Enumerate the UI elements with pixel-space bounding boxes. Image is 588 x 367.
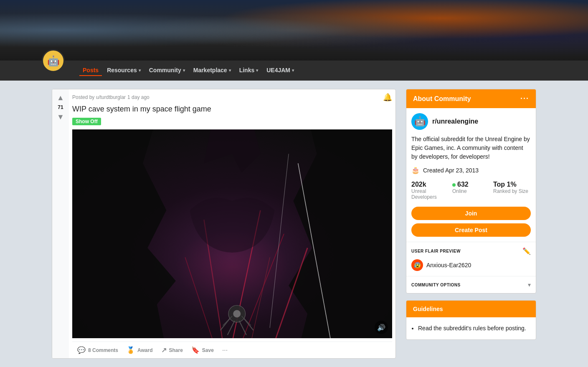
logo-emoji: 🤖 [44,51,63,70]
award-icon: 🏅 [127,346,135,354]
bell-icon[interactable]: 🔔 [383,93,392,102]
post-card: ▲ 71 ▼ Posted by u/turdtburglar 1 day ag… [52,89,396,359]
post-actions: 💬 8 Comments 🏅 Award ↗ Share 🔖 [72,342,392,358]
post-image: 🔊 [72,129,392,338]
banner-bg [0,0,588,61]
chevron-down-icon: ▾ [229,68,231,73]
comments-button[interactable]: 💬 8 Comments [74,344,122,357]
guidelines-card: Guidelines Read the subreddit's rules be… [406,300,536,340]
vote-count: 71 [58,104,63,110]
post-meta: Posted by u/turdtburglar 1 day ago 🔔 [72,93,392,102]
user-flair-avatar: 😰 [411,259,423,271]
cave-visual [72,129,392,338]
about-community-card: About Community ··· 🤖 r/unrealengine The… [406,89,536,294]
post-inner: ▲ 71 ▼ Posted by u/turdtburglar 1 day ag… [52,89,395,358]
cake-icon: 🎂 [411,166,420,174]
subreddit-header: 🤖 Posts Resources ▾ Community ▾ Marketpl… [0,61,588,81]
community-created: 🎂 Created Apr 23, 2013 [411,166,531,174]
user-flair-name: Anxious-Ear2620 [426,262,471,268]
chevron-down-icon: ▾ [183,68,185,73]
downvote-button[interactable]: ▼ [56,112,66,122]
upvote-button[interactable]: ▲ [56,93,66,103]
stat-online-label: Online [452,188,490,194]
community-description: The official subreddit for the Unreal En… [411,135,531,161]
nav-item-posts[interactable]: Posts [79,65,102,76]
online-indicator [452,183,456,187]
community-options-section: COMMUNITY OPTIONS ▾ [406,276,536,293]
share-button[interactable]: ↗ Share [158,344,186,357]
post-content: Posted by u/turdtburglar 1 day ago 🔔 WIP… [69,89,395,358]
join-button[interactable]: Join [411,207,531,220]
guidelines-header: Guidelines [406,301,536,317]
post-author: Posted by u/turdtburglar [72,94,126,100]
nav-bar: Posts Resources ▾ Community ▾ Marketplac… [79,61,297,81]
post-flair[interactable]: Show Off [72,118,101,125]
stat-ranking-label: Ranked by Size [493,188,531,194]
svg-point-10 [233,310,241,318]
chevron-down-icon: ▾ [292,68,294,73]
share-icon: ↗ [161,346,167,354]
chevron-down-icon: ▾ [528,281,531,288]
community-stats: 202k Unreal Developers 632 Online Top 1%… [411,181,531,200]
comment-icon: 💬 [77,346,86,354]
nav-item-ue4jam[interactable]: UE4JAM ▾ [263,65,297,76]
chevron-down-icon: ▾ [256,68,258,73]
community-name[interactable]: r/unrealengine [432,118,478,125]
about-community-title: About Community [413,95,471,103]
user-flair-header: USER FLAIR PREVIEW ✏️ [411,247,531,255]
save-icon: 🔖 [191,346,200,354]
sidebar: About Community ··· 🤖 r/unrealengine The… [406,89,536,359]
edit-flair-icon[interactable]: ✏️ [522,247,531,255]
main-container: ▲ 71 ▼ Posted by u/turdtburglar 1 day ag… [43,81,545,367]
post-area: ▲ 71 ▼ Posted by u/turdtburglar 1 day ag… [52,89,396,359]
user-flair-section: USER FLAIR PREVIEW ✏️ 😰 Anxious-Ear2620 [406,242,536,276]
stat-members-value: 202k [411,181,449,188]
banner [0,0,588,61]
create-post-button[interactable]: Create Post [411,223,531,237]
nav-item-community[interactable]: Community ▾ [146,65,188,76]
post-title: WIP cave system in my space flight game [72,104,392,114]
guidelines-body: Read the subreddit's rules before postin… [406,317,536,339]
more-button[interactable]: ··· [219,344,231,357]
guideline-item: Read the subreddit's rules before postin… [418,322,531,334]
community-avatar: 🤖 [411,113,428,130]
stat-online-value: 632 [452,181,490,188]
nav-item-marketplace[interactable]: Marketplace ▾ [190,65,234,76]
post-time: 1 day ago [127,94,150,100]
community-identity: 🤖 r/unrealengine [411,113,531,130]
about-more-button[interactable]: ··· [520,94,529,103]
stat-online: 632 Online [452,181,490,200]
chevron-down-icon: ▾ [139,68,141,73]
user-flair-row: 😰 Anxious-Ear2620 [411,259,531,271]
subreddit-logo: 🤖 [42,49,65,72]
nav-item-resources[interactable]: Resources ▾ [104,65,144,76]
user-flair-title: USER FLAIR PREVIEW [411,249,461,253]
community-options-header[interactable]: COMMUNITY OPTIONS ▾ [411,281,531,288]
award-button[interactable]: 🏅 Award [123,344,156,357]
stat-ranking-value: Top 1% [493,181,531,188]
about-community-body: 🤖 r/unrealengine The official subreddit … [406,108,536,242]
stat-members-label: Unreal Developers [411,188,449,200]
community-options-title: COMMUNITY OPTIONS [411,283,461,287]
stat-ranking: Top 1% Ranked by Size [493,181,531,200]
stat-members: 202k Unreal Developers [411,181,449,200]
post-image-container: 🔊 [72,129,392,338]
save-button[interactable]: 🔖 Save [188,344,217,357]
vote-sidebar: ▲ 71 ▼ [52,89,69,358]
about-community-header: About Community ··· [406,89,536,108]
nav-item-links[interactable]: Links ▾ [236,65,262,76]
